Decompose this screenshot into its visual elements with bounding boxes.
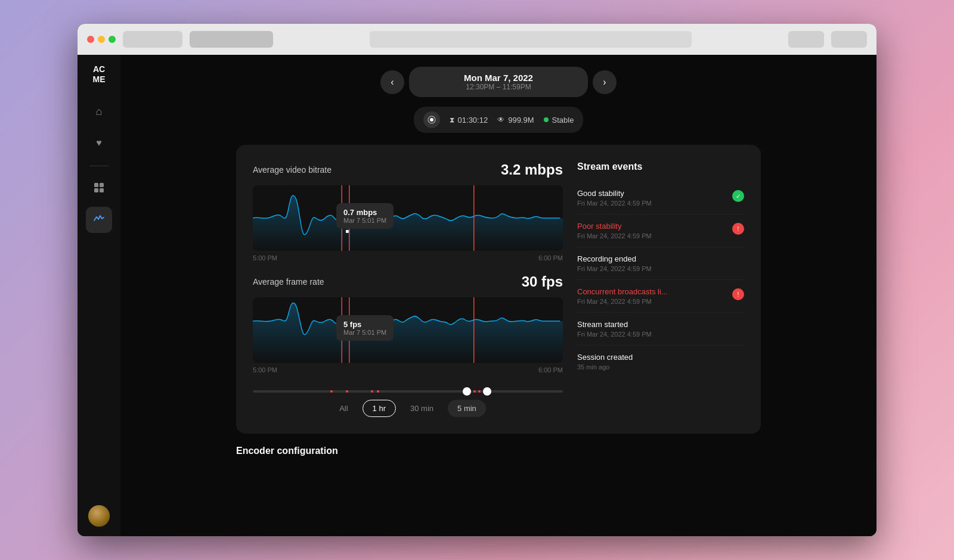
timeline-area: All 1 hr 30 min 5 min [253,390,563,417]
time-btn-30min[interactable]: 30 min [401,400,443,417]
framerate-chart-area[interactable]: 5 fps Mar 7 5:01 PM [253,297,563,363]
avatar[interactable] [88,505,110,527]
date-nav: ‹ Mon Mar 7, 2022 12:30PM – 11:59PM › [380,67,617,97]
event-item-good-stability[interactable]: Good stability Fri Mar 24, 2022 4:59 PM … [577,182,744,214]
status-bar: ⧗ 01:30:12 👁 999.9M Stable [414,107,584,133]
event-name-poor-stability: Poor stability [577,222,652,231]
event-item-info: Good stability Fri Mar 24, 2022 4:59 PM [577,189,652,207]
event-time-good-stability: Fri Mar 24, 2022 4:59 PM [577,200,652,207]
browser-tab-inactive[interactable] [123,31,182,48]
event-item-info-6: Session created 35 min ago [577,353,633,371]
timeline-dot-3 [371,390,373,393]
event-icon-success-1: ✓ [732,190,744,202]
svg-rect-9 [346,230,349,233]
timeline-dot-2 [346,390,348,393]
dot-yellow[interactable] [98,36,105,43]
events-section: Stream events Good stability Fri Mar 24,… [577,161,744,417]
timeline-dot-1 [330,390,333,393]
event-item-stream-started[interactable]: Stream started Fri Mar 24, 2022 4:59 PM [577,313,744,346]
framerate-waveform: 5 fps Mar 7 5:01 PM [253,297,563,363]
sidebar-item-home[interactable]: ⌂ [86,99,112,125]
browser-action-btn-2[interactable] [831,31,867,48]
encoder-title: Encoder configuration [236,446,761,456]
event-icon-error-1: ! [732,223,744,235]
time-btn-1hr[interactable]: 1 hr [363,400,396,417]
dot-red[interactable] [87,36,94,43]
time-btn-5min[interactable]: 5 min [448,400,486,417]
timeline-handle-area[interactable] [463,387,491,396]
duration-value: 01:30:12 [458,116,488,125]
svg-rect-0 [94,183,98,187]
event-time-recording-ended: Fri Mar 24, 2022 4:59 PM [577,265,652,272]
event-item-info-3: Recording ended Fri Mar 24, 2022 4:59 PM [577,254,652,272]
framerate-chart-labels: 5:00 PM 6:00 PM [253,366,563,374]
timeline-dot-4 [377,390,379,393]
sidebar-divider [89,166,109,166]
sidebar-item-grid[interactable] [86,176,112,202]
browser-window: ACME ⌂ ♥ [78,24,876,536]
timeline-handle-left[interactable] [463,387,471,396]
activity-icon [94,213,104,226]
bitrate-chart-block: Average video bitrate 3.2 mbps [253,161,563,262]
duration-item: ⧗ 01:30:12 [450,116,488,125]
bitrate-chart-area[interactable]: 0.7 mbps Mar 7 5:01 PM [253,185,563,251]
events-title: Stream events [577,161,744,172]
bitrate-chart-header: Average video bitrate 3.2 mbps [253,161,563,178]
app-layout: ACME ⌂ ♥ [78,55,876,536]
heart-icon: ♥ [96,138,102,148]
sidebar-item-favorites[interactable]: ♥ [86,130,112,156]
sidebar-nav: ⌂ ♥ [86,99,112,505]
svg-rect-1 [100,183,104,187]
event-item-concurrent-broadcasts[interactable]: Concurrent broadcasts li... Fri Mar 24, … [577,280,744,313]
sidebar-item-activity[interactable] [86,207,112,233]
bitrate-time-end: 6:00 PM [538,254,563,262]
framerate-chart-title: Average frame rate [253,277,324,287]
timeline-handle-middle-dot-1 [473,390,476,393]
eye-icon: 👁 [497,116,504,124]
event-item-recording-ended[interactable]: Recording ended Fri Mar 24, 2022 4:59 PM [577,247,744,280]
dot-green[interactable] [109,36,116,43]
event-name-session-created: Session created [577,353,633,362]
sidebar-logo: ACME [93,64,106,85]
framerate-svg [253,297,563,363]
time-btn-all[interactable]: All [330,400,357,417]
event-time-concurrent-broadcasts: Fri Mar 24, 2022 4:59 PM [577,298,668,305]
browser-action-btn-1[interactable] [788,31,824,48]
svg-rect-2 [94,188,98,192]
stability-value: Stable [552,116,574,125]
bitrate-svg [253,185,563,251]
grid-icon [94,182,104,195]
card-grid: Average video bitrate 3.2 mbps [253,161,744,417]
sidebar: ACME ⌂ ♥ [78,55,120,536]
event-item-poor-stability[interactable]: Poor stability Fri Mar 24, 2022 4:59 PM … [577,214,744,247]
browser-tab-active[interactable] [190,31,273,48]
prev-date-button[interactable]: ‹ [380,70,404,94]
framerate-time-end: 6:00 PM [538,366,563,374]
svg-rect-3 [100,188,104,192]
event-item-session-created[interactable]: Session created 35 min ago [577,346,744,378]
event-time-stream-started: Fri Mar 24, 2022 4:59 PM [577,331,652,338]
event-item-info-2: Poor stability Fri Mar 24, 2022 4:59 PM [577,222,652,239]
avatar-image [88,505,110,527]
event-name-concurrent-broadcasts: Concurrent broadcasts li... [577,287,668,296]
bitrate-waveform: 0.7 mbps Mar 7 5:01 PM [253,185,563,251]
main-content: ‹ Mon Mar 7, 2022 12:30PM – 11:59PM › ⧗ [120,55,876,536]
stream-icon [423,111,440,128]
date-main: Mon Mar 7, 2022 [423,73,574,83]
bitrate-chart-title: Average video bitrate [253,165,332,175]
event-name-stream-started: Stream started [577,320,652,329]
event-time-poor-stability: Fri Mar 24, 2022 4:59 PM [577,232,652,239]
timeline-track[interactable] [253,390,563,393]
framerate-chart-block: Average frame rate 30 fps [253,273,563,374]
framerate-chart-value: 30 fps [522,273,563,290]
browser-address-bar[interactable] [370,31,692,48]
event-item-info-4: Concurrent broadcasts li... Fri Mar 24, … [577,287,668,305]
timeline-handle-middle-dot-2 [478,390,481,393]
svg-rect-13 [346,333,349,336]
views-value: 999.9M [508,116,534,125]
event-time-session-created: 35 min ago [577,363,633,371]
chart-section: Average video bitrate 3.2 mbps [253,161,563,417]
timeline-handle-right[interactable] [483,387,491,396]
svg-point-4 [430,118,433,122]
next-date-button[interactable]: › [593,70,617,94]
